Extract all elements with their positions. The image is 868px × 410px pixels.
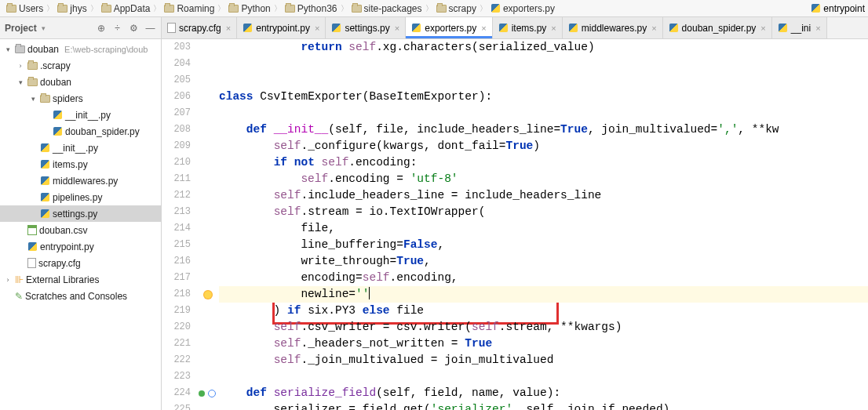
crumb[interactable]: site-packages [348,3,425,14]
gutter-cell [197,401,219,410]
tree-row[interactable]: items.py [0,156,161,172]
crumb[interactable]: Users [3,3,46,14]
python-icon [53,126,63,136]
code-line[interactable] [219,368,868,385]
code-line[interactable]: self.encoding = 'utf-8' [219,171,868,187]
tree-row[interactable]: ›⊪External Libraries [0,271,161,288]
close-icon[interactable]: × [651,24,656,33]
close-icon[interactable]: × [395,24,399,33]
code-line[interactable]: self.stream = io.TextIOWrapper( [219,204,868,220]
code-line[interactable]: def serialize_field(self, field, name, v… [219,385,868,401]
python-icon [40,176,50,186]
editor-tab[interactable]: middlewares.py× [563,17,663,38]
crumb[interactable]: scrapy [433,3,480,14]
code-line[interactable]: self.csv_writer = csv.writer(self.stream… [219,319,868,336]
code-editor[interactable]: 2032042052062072082092102112122132142152… [162,39,868,410]
code-line[interactable]: return self.xg.characters(serialized_val… [219,39,868,56]
editor-tab[interactable]: settings.py× [326,17,406,38]
crumb[interactable]: Python36 [282,3,341,14]
line-number: 211 [162,171,197,187]
dropdown-icon[interactable]: ▾ [42,24,46,32]
line-number: 221 [162,336,197,352]
code-line[interactable]: ) if six.PY3 else file [219,303,868,319]
code-line[interactable]: self._configure(kwargs, dont_fail=True) [219,138,868,154]
twisty-icon[interactable]: ▾ [16,78,25,86]
tree-row[interactable]: scrapy.cfg [0,255,161,271]
tree-row[interactable]: ▾doubanE:\web-scraping\doub [0,41,161,57]
gutter-cell [197,319,219,336]
hide-icon[interactable]: — [144,22,156,34]
code-line[interactable]: serializer = field.get('serializer'. sel… [219,401,868,410]
gutter-cell [197,122,219,138]
twisty-icon[interactable]: › [3,276,13,284]
collapse-icon[interactable]: ÷ [111,22,123,34]
tree-row[interactable]: pipelines.py [0,189,161,205]
editor-tab[interactable]: douban_spider.py× [663,17,772,38]
code-line[interactable]: line_buffering=False, [219,237,868,253]
tree-label: douban_spider.py [65,126,140,137]
crumb-file[interactable]: exporters.py [487,3,558,14]
crumb[interactable]: jhys [54,3,89,14]
tree-row[interactable]: ✎Scratches and Consoles [0,288,161,304]
tree-row[interactable]: __init__.py [0,140,161,156]
tree-row[interactable]: settings.py [0,205,161,222]
code-line[interactable]: newline='' [219,286,868,303]
twisty-icon[interactable]: ▾ [3,45,13,53]
code-line[interactable]: self._headers_not_written = True [219,336,868,352]
editor-tab[interactable]: __ini× [772,17,827,38]
gear-icon[interactable]: ⚙ [128,22,140,34]
twisty-icon[interactable]: › [16,62,25,70]
code-line[interactable] [219,56,868,72]
line-number: 216 [162,253,197,270]
gutter-cell [197,39,219,56]
tree-row[interactable]: entrypoint.py [0,238,161,255]
close-icon[interactable]: × [760,24,765,33]
editor-tab[interactable]: scrapy.cfg× [162,17,237,38]
close-icon[interactable]: × [481,24,486,33]
python-icon [40,209,50,219]
crumb[interactable]: Python [225,3,273,14]
python-icon [40,192,50,202]
code-line[interactable] [219,72,868,89]
tree-row[interactable]: ›.scrapy [0,57,161,74]
tree-row[interactable]: douban.csv [0,222,161,238]
code-line[interactable] [219,105,868,122]
close-icon[interactable]: × [551,24,556,33]
close-icon[interactable]: × [226,24,231,33]
crumb[interactable]: AppData [98,3,154,14]
code-line[interactable]: self.include_headers_line = include_head… [219,187,868,204]
tab-label: items.py [512,23,547,34]
code-line[interactable]: self._join_multivalued = join_multivalue… [219,352,868,368]
tree-label: .scrapy [40,60,71,71]
python-icon [27,241,38,252]
override-marker-icon[interactable] [199,390,205,397]
tree-row[interactable]: __init__.py [0,107,161,123]
code-line[interactable]: write_through=True, [219,253,868,270]
python-icon [40,143,50,153]
twisty-icon[interactable]: ▾ [28,95,38,103]
close-icon[interactable]: × [315,24,319,33]
project-tree: ▾doubanE:\web-scraping\doub›.scrapy▾doub… [0,39,162,410]
crumb[interactable]: Roaming [161,3,217,14]
code-line[interactable]: class CsvItemExporter(BaseItemExporter): [219,89,868,105]
close-icon[interactable]: × [815,24,820,33]
tree-row[interactable]: ▾spiders [0,90,161,107]
editor-tab[interactable]: items.py× [493,17,563,38]
tree-label: entrypoint.py [40,241,94,252]
gutter-cell [197,154,219,171]
tree-row[interactable]: middlewares.py [0,172,161,189]
python-icon [498,23,509,33]
editor-tab[interactable]: exporters.py× [406,17,492,38]
code-line[interactable]: file, [219,220,868,237]
code-line[interactable]: if not self.encoding: [219,154,868,171]
file-icon [167,23,176,33]
intention-bulb-icon[interactable] [203,290,213,299]
tree-row[interactable]: douban_spider.py [0,123,161,140]
editor-tab[interactable]: entrypoint.py× [237,17,326,38]
python-icon [669,23,679,33]
code-line[interactable]: def __init__(self, file, include_headers… [219,122,868,138]
code-line[interactable]: encoding=self.encoding, [219,270,868,286]
target-icon[interactable]: ⊕ [95,22,107,34]
gutter-cell [197,352,219,368]
tree-row[interactable]: ▾douban [0,74,161,90]
